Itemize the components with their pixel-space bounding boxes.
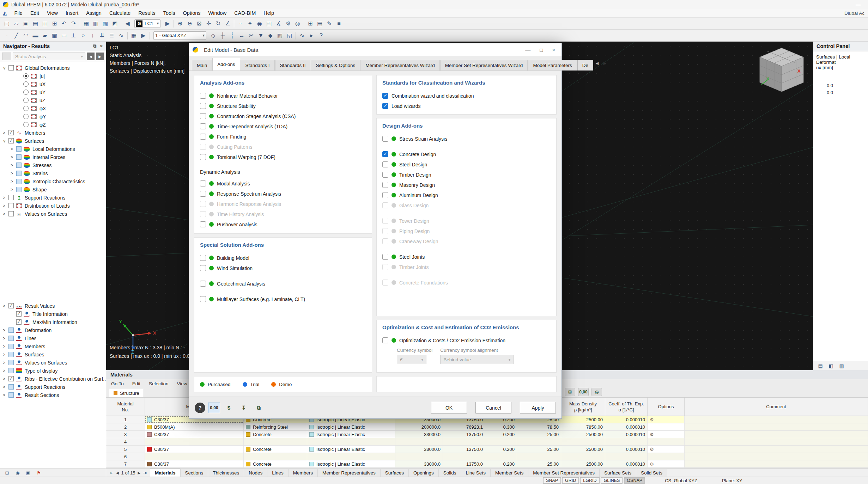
- angle-snap-icon[interactable]: ∡: [274, 19, 283, 28]
- expander-icon[interactable]: [11, 171, 16, 176]
- e-modulus-cell[interactable]: 33000.0: [395, 460, 443, 467]
- navigation-cube[interactable]: -Y X: [755, 45, 808, 100]
- clip-plane-icon[interactable]: ◱: [285, 31, 294, 40]
- poisson-cell[interactable]: 0.200: [485, 446, 517, 453]
- nodal-load-icon[interactable]: ↓: [88, 31, 97, 40]
- close-icon[interactable]: ×: [100, 43, 103, 49]
- specific-weight-cell[interactable]: 25.00: [517, 460, 561, 467]
- snap-toggle[interactable]: GRID: [562, 477, 579, 484]
- C30/37[interactable]: 3 C30/37 Concrete Isotropic | Linear Ela…: [106, 431, 868, 438]
- pan-icon[interactable]: ✛: [204, 19, 213, 28]
- toolbar-icon[interactable]: [148, 32, 151, 39]
- coordinate-system-combo[interactable]: 1 - Global XYZ ▾: [153, 31, 206, 40]
- thermal-expansion-cell[interactable]: 0.000010: [605, 416, 648, 423]
- addon-option[interactable]: Timber Joints: [382, 262, 551, 272]
- dialog-tab[interactable]: Standards I: [241, 60, 275, 71]
- tree-checkbox[interactable]: [8, 392, 14, 398]
- tree-checkbox[interactable]: [8, 384, 14, 390]
- minimize-button[interactable]: —: [851, 2, 865, 7]
- coordinate-system-status[interactable]: CS: Global XYZ: [665, 478, 697, 483]
- dialog-tab[interactable]: Settings & Options: [311, 60, 360, 71]
- export-icon[interactable]: ▤: [315, 19, 324, 28]
- zoom-window-icon[interactable]: ⊠: [194, 19, 204, 28]
- expander-icon[interactable]: [11, 187, 16, 192]
- result-diagram-icon[interactable]: ∿: [297, 31, 307, 40]
- addon-option[interactable]: Concrete Foundations: [382, 277, 551, 288]
- tree-checkbox[interactable]: [16, 154, 22, 160]
- dialog-tab[interactable]: Model Parameters: [528, 60, 577, 71]
- addon-option[interactable]: Tower Design: [382, 216, 551, 226]
- expander-icon[interactable]: [3, 360, 8, 365]
- grid-icon[interactable]: ┼: [218, 31, 227, 40]
- node-icon[interactable]: ∙: [2, 31, 12, 40]
- checkbox[interactable]: [200, 201, 206, 207]
- checkbox[interactable]: [382, 136, 388, 142]
- next-page-icon[interactable]: ▶: [138, 471, 140, 475]
- view-solid-icon[interactable]: ▥: [91, 19, 101, 28]
- checkbox[interactable]: [382, 192, 388, 198]
- dialog-tab[interactable]: Member Representatives Wizard: [360, 60, 440, 71]
- checkbox[interactable]: [200, 113, 206, 119]
- e-modulus-cell[interactable]: 33000.0: [395, 446, 443, 453]
- g-modulus-cell[interactable]: 13750.0: [443, 431, 485, 438]
- undo-icon[interactable]: ↶: [59, 19, 69, 28]
- tree-item[interactable]: Isotropic Characteristics: [0, 177, 106, 185]
- dialog-tab[interactable]: Member Set Representatives Wizard: [440, 60, 528, 71]
- addon-option[interactable]: Stress-Strain Analysis: [382, 134, 551, 144]
- checkbox[interactable]: [382, 228, 388, 234]
- imperfection-icon[interactable]: ∿: [116, 31, 126, 40]
- addon-option[interactable]: Wind Simulation: [200, 263, 366, 273]
- toolbar-icon[interactable]: [302, 20, 305, 27]
- comment-cell[interactable]: [685, 453, 868, 460]
- poisson-cell[interactable]: 0.300: [485, 423, 517, 430]
- material-type-cell[interactable]: [244, 453, 307, 460]
- snap-toggle[interactable]: SNAP: [543, 477, 561, 484]
- dialog-title-bar[interactable]: Edit Model - Base Data — □ ×: [189, 43, 562, 56]
- g-modulus-cell[interactable]: 13750.0: [443, 446, 485, 453]
- dialog-minimize-button[interactable]: —: [525, 47, 530, 53]
- addon-option[interactable]: Masonry Design: [382, 180, 551, 190]
- tree-item[interactable]: Lines: [0, 334, 106, 342]
- thermal-expansion-cell[interactable]: 0.000010: [605, 431, 648, 438]
- menu-item[interactable]: Calculate: [105, 10, 134, 16]
- options-cell[interactable]: ⚙: [648, 416, 685, 423]
- checkbox[interactable]: [382, 182, 388, 188]
- isometric-view-icon[interactable]: ◩: [110, 19, 120, 28]
- expander-icon[interactable]: [3, 139, 8, 143]
- checkbox[interactable]: [382, 238, 388, 244]
- materials-menu-item[interactable]: Selection: [149, 381, 169, 386]
- help-icon[interactable]: ?: [316, 31, 326, 40]
- tree-item[interactable]: Members: [0, 342, 106, 350]
- table-units-icon[interactable]: 0,00: [578, 388, 589, 396]
- currency-symbol-select[interactable]: € ▾: [397, 355, 426, 364]
- dialog-tab[interactable]: Main: [192, 60, 212, 71]
- tree-checkbox[interactable]: [16, 179, 22, 184]
- material-type-cell[interactable]: Concrete: [244, 446, 307, 453]
- tree-checkbox[interactable]: [16, 311, 22, 317]
- toolbar-icon[interactable]: [294, 32, 297, 39]
- prev-page-icon[interactable]: ◀: [116, 471, 119, 475]
- checkbox[interactable]: [382, 103, 388, 109]
- tree-item[interactable]: Type of display: [0, 367, 106, 375]
- g-modulus-cell[interactable]: 76923.1: [443, 423, 485, 430]
- tree-checkbox[interactable]: [8, 368, 14, 373]
- tree-checkbox[interactable]: [16, 319, 22, 325]
- tree-item[interactable]: Surfaces: [0, 350, 106, 359]
- checkbox[interactable]: [382, 202, 388, 208]
- addon-option[interactable]: Multilayer Surfaces (e.g. Laminate, CLT): [200, 294, 366, 304]
- tree-checkbox[interactable]: [8, 211, 14, 216]
- C30/37[interactable]: 5 C30/37 Concrete Isotropic | Linear Ela…: [106, 446, 868, 453]
- table-tab[interactable]: Thicknesses: [208, 469, 244, 477]
- dialog-close-button[interactable]: ×: [552, 47, 555, 53]
- line-hinge-icon[interactable]: ○: [78, 31, 88, 40]
- table-tab[interactable]: Member Set Representatives: [528, 469, 600, 477]
- table-tab[interactable]: Solids: [439, 469, 461, 477]
- materials-menu-item[interactable]: View: [177, 381, 187, 386]
- checkbox[interactable]: [382, 280, 388, 286]
- tree-item[interactable]: Support Reactions: [0, 194, 106, 202]
- table-settings-icon[interactable]: ⊞: [565, 388, 575, 396]
- dialog-maximize-button[interactable]: □: [540, 47, 543, 53]
- gear-icon[interactable]: ⚙: [650, 447, 654, 452]
- expander-icon[interactable]: [3, 393, 8, 398]
- tree-item[interactable]: uZ: [0, 96, 106, 104]
